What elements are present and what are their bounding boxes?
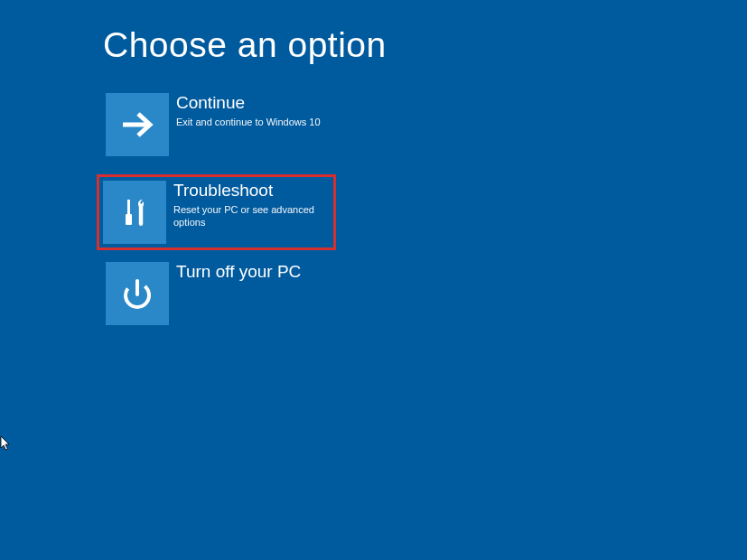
turnoff-tile	[106, 262, 169, 325]
turnoff-text: Turn off your PC	[169, 262, 301, 285]
troubleshoot-text: Troubleshoot Reset your PC or see advanc…	[166, 181, 330, 229]
troubleshoot-desc: Reset your PC or see advanced options	[173, 203, 330, 229]
continue-desc: Exit and continue to Windows 10	[176, 116, 321, 128]
arrow-right-icon	[117, 105, 157, 145]
continue-title: Continue	[176, 93, 321, 114]
troubleshoot-title: Troubleshoot	[173, 181, 330, 201]
continue-option[interactable]: Continue Exit and continue to Windows 10	[103, 90, 446, 159]
troubleshoot-option[interactable]: Troubleshoot Reset your PC or see advanc…	[97, 174, 336, 250]
turnoff-option[interactable]: Turn off your PC	[103, 259, 446, 328]
mouse-cursor-icon	[0, 435, 13, 452]
continue-tile	[106, 93, 169, 156]
troubleshoot-tile	[103, 181, 166, 244]
tools-icon	[117, 194, 153, 230]
svg-rect-2	[126, 214, 132, 225]
page-title: Choose an option	[103, 25, 747, 65]
continue-text: Continue Exit and continue to Windows 10	[169, 93, 321, 128]
turnoff-title: Turn off your PC	[176, 262, 301, 283]
power-icon	[118, 275, 156, 313]
svg-rect-1	[127, 200, 130, 214]
recovery-options-screen: Choose an option Continue Exit and conti…	[0, 0, 747, 328]
